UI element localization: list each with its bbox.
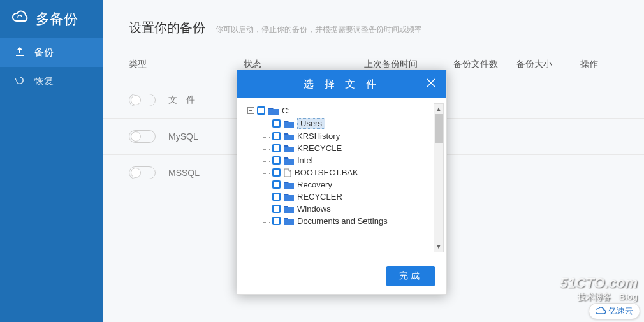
tree-node-label[interactable]: Windows (297, 204, 331, 214)
tree-node: Windows (263, 203, 441, 215)
col-files: 备份文件数 (453, 59, 517, 70)
folder-icon (268, 106, 279, 115)
tree-node-label[interactable]: Intel (297, 156, 313, 165)
tree-node-label[interactable]: RECYCLER (297, 192, 342, 201)
sidebar: 多备份 备份 恢复 (0, 0, 103, 322)
tree-checkbox[interactable] (272, 180, 281, 189)
tree-node: Documents and Settings (263, 215, 441, 227)
tree-node-label[interactable]: BOOTSECT.BAK (295, 168, 358, 177)
scroll-up-icon[interactable]: ▲ (434, 104, 443, 114)
cloud-icon (11, 10, 29, 28)
page-subtitle: 你可以启动，停止你的备份，并根据需要调整备份时间或频率 (216, 25, 422, 34)
tree-root-node: − C: (247, 105, 441, 117)
watermark: 51CTO.com 技术博客 Blog (560, 275, 638, 303)
modal-footer: 完成 (237, 258, 446, 294)
tree-children: UsersKRSHistoryKRECYCLEIntelBOOTSECT.BAK… (263, 117, 441, 227)
scroll-down-icon[interactable]: ▼ (434, 242, 443, 252)
history-icon (14, 75, 26, 88)
tree-node: RECYCLER (263, 191, 441, 203)
tree-node-label[interactable]: C: (282, 106, 290, 115)
brand-text: 多备份 (36, 10, 78, 29)
badge-text: 亿速云 (608, 305, 633, 317)
tree-node: BOOTSECT.BAK (263, 166, 441, 179)
col-type: 类型 (129, 59, 244, 70)
row-label-mysql: MySQL (168, 131, 198, 142)
nav-restore[interactable]: 恢复 (0, 67, 103, 96)
row-label-mssql: MSSQL (168, 168, 200, 178)
tree-node-label[interactable]: KRSHistory (297, 131, 340, 141)
row-label-files: 文 件 (168, 94, 195, 106)
tree-checkbox[interactable] (272, 168, 281, 177)
page-title: 设置你的备份 (129, 19, 205, 36)
scrollbar[interactable]: ▲ ▼ (434, 103, 444, 252)
brand-logo: 多备份 (0, 0, 103, 38)
tree-node: KRECYCLE (263, 142, 441, 154)
tree-node-label[interactable]: KRECYCLE (297, 143, 342, 153)
file-picker-modal: 选 择 文 件 − C: UsersKRSHistoryKRECYCLEInte… (237, 70, 447, 295)
col-last: 上次备份时间 (364, 59, 453, 70)
tree-node: Intel (263, 154, 441, 166)
col-status: 状态 (244, 59, 365, 70)
close-icon[interactable] (425, 77, 437, 92)
watermark-line1: 51CTO.com (560, 275, 638, 291)
tree-node-label[interactable]: Documents and Settings (297, 216, 388, 226)
file-tree: − C: UsersKRSHistoryKRECYCLEIntelBOOTSEC… (247, 105, 441, 227)
watermark-line2: 技术博客 Blog (560, 291, 638, 303)
tree-checkbox[interactable] (272, 119, 281, 128)
folder-icon (284, 193, 294, 201)
col-op: 操作 (580, 59, 618, 70)
folder-icon (284, 156, 294, 165)
modal-body: − C: UsersKRSHistoryKRECYCLEIntelBOOTSEC… (237, 98, 446, 258)
tree-checkbox[interactable] (257, 106, 265, 115)
tree-checkbox[interactable] (272, 132, 281, 140)
folder-icon (284, 119, 294, 128)
toggle-files[interactable] (129, 94, 156, 106)
tree-node: Recovery (263, 179, 441, 191)
tree-checkbox[interactable] (272, 205, 281, 213)
tree-node: KRSHistory (263, 130, 441, 142)
done-button[interactable]: 完成 (386, 266, 435, 286)
tree-node-label[interactable]: Recovery (297, 180, 332, 189)
folder-icon (284, 205, 294, 213)
collapse-icon[interactable]: − (247, 107, 254, 114)
nav-restore-label: 恢复 (34, 75, 54, 87)
folder-icon (284, 132, 294, 140)
folder-icon (284, 217, 294, 225)
tree-node-label[interactable]: Users (297, 118, 325, 129)
tree-checkbox[interactable] (272, 193, 281, 201)
toggle-mysql[interactable] (129, 130, 156, 143)
upload-icon (14, 46, 26, 59)
toggle-mssql[interactable] (129, 166, 156, 179)
modal-title: 选 择 文 件 (304, 78, 379, 91)
nav-backup-label: 备份 (34, 47, 54, 59)
page-header: 设置你的备份 你可以启动，停止你的备份，并根据需要调整备份时间或频率 (103, 0, 644, 52)
tree-checkbox[interactable] (272, 217, 281, 225)
modal-header: 选 择 文 件 (237, 70, 446, 98)
tree-checkbox[interactable] (272, 156, 281, 165)
file-icon (284, 168, 291, 177)
folder-icon (284, 144, 294, 152)
nav-backup[interactable]: 备份 (0, 38, 103, 67)
scroll-thumb[interactable] (435, 114, 443, 143)
tree-checkbox[interactable] (272, 144, 281, 152)
col-size: 备份大小 (516, 59, 580, 70)
brand-badge: 亿速云 (589, 303, 640, 319)
folder-icon (284, 180, 294, 189)
tree-node: Users (263, 117, 441, 130)
